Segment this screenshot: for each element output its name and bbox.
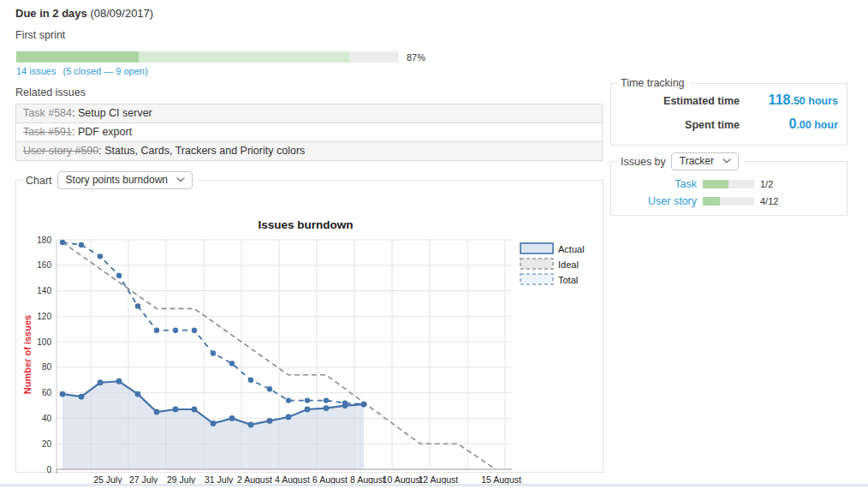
time-tracking-row: Spent time0.00 hour <box>611 116 847 140</box>
issue-separator: : <box>72 107 78 119</box>
svg-text:140: 140 <box>37 286 51 295</box>
chart-panel-legend: Chart Story points burndown <box>23 171 198 189</box>
time-tracking-row-label: Estimated time <box>611 95 740 107</box>
svg-text:40: 40 <box>42 414 52 423</box>
issues-by-select-value: Tracker <box>680 155 714 167</box>
sprint-progress-bar <box>16 51 399 63</box>
issues-by-label: Issues by <box>621 156 666 168</box>
issues-by-select[interactable]: Tracker <box>671 152 739 170</box>
svg-text:180: 180 <box>37 236 51 245</box>
related-issues-table: Task #584: Setup CI serverTask #591: PDF… <box>15 104 603 161</box>
issues-by-legend: Issues by Tracker <box>618 152 744 170</box>
chevron-down-icon <box>722 158 731 164</box>
issues-by-row: Task1/2 <box>611 176 847 193</box>
tracker-progress-bar <box>703 180 754 188</box>
issue-id-link[interactable]: User story #590 <box>23 145 98 157</box>
time-tracking-title: Time tracking <box>621 77 685 89</box>
issue-id-link[interactable]: Task #591 <box>23 126 72 138</box>
tracker-ratio: 1/2 <box>760 179 847 189</box>
tracker-progress-fill <box>703 180 728 188</box>
issues-by-rows: Task1/2User story4/12 <box>611 170 847 210</box>
tracker-progress-bar <box>703 197 754 206</box>
chart-title: Issues burndown <box>258 218 353 231</box>
issue-id-link[interactable]: Task #584 <box>23 107 72 119</box>
sprint-progress: 87% <box>16 51 425 63</box>
issues-count-link[interactable]: 14 issues <box>16 66 56 76</box>
svg-text:100: 100 <box>37 337 51 347</box>
legend-swatch-actual <box>520 243 553 253</box>
chart-type-select[interactable]: Story points burndown <box>57 171 193 189</box>
issue-subject: PDF export <box>78 126 132 138</box>
time-tracking-row-value: 0.00 hour <box>740 116 847 132</box>
issue-subject: Status, Cards, Trackers and Priority col… <box>104 145 305 157</box>
sprint-issues-summary: 14 issues(5 closed — 9 open) <box>16 66 148 76</box>
related-issue-row: Task #591: PDF export <box>16 123 602 142</box>
y-axis-tick-labels: 020406080100120140160180 <box>37 236 51 474</box>
issues-by-panel: Issues by Tracker Task1/2User story4/12 <box>610 152 847 216</box>
y-axis-label: Number of issues <box>22 315 33 394</box>
related-issue-row: Task #584: Setup CI server <box>16 104 602 123</box>
time-tracking-rows: Estimated time118.50 hoursSpent time0.00… <box>611 89 847 140</box>
bottom-divider <box>0 484 868 486</box>
time-tracking-row-label: Spent time <box>611 119 740 131</box>
burndown-chart: 02040608010012014016018025 July27 July29… <box>16 208 603 489</box>
hours-decimal: .50 hours <box>790 95 838 107</box>
legend-label-ideal: Ideal <box>558 259 579 270</box>
svg-text:0: 0 <box>46 465 51 474</box>
tracker-link[interactable]: User story <box>611 195 697 207</box>
time-tracking-row: Estimated time118.50 hours <box>611 92 847 116</box>
related-issues-title: Related issues <box>15 86 86 98</box>
chevron-down-icon <box>176 177 185 182</box>
chart-label: Chart <box>26 175 52 187</box>
legend-label-total: Total <box>558 275 578 285</box>
svg-text:80: 80 <box>42 362 52 372</box>
sprint-due-header: Due in 2 days (08/09/2017) <box>15 7 153 20</box>
time-tracking-row-value: 118.50 hours <box>740 92 847 108</box>
progress-percent-label: 87% <box>407 52 425 63</box>
svg-text:120: 120 <box>37 312 51 321</box>
due-date: (08/09/2017) <box>90 7 153 20</box>
svg-text:160: 160 <box>37 260 51 270</box>
progress-done-segment <box>139 51 349 63</box>
chart-panel: Chart Story points burndown 020406080100… <box>15 171 603 473</box>
legend-swatch-ideal <box>520 259 553 269</box>
legend-swatch-total <box>520 274 553 284</box>
series-total-line <box>62 242 364 404</box>
related-issue-row: User story #590: Status, Cards, Trackers… <box>16 142 602 161</box>
time-tracking-panel: Time tracking Estimated time118.50 hours… <box>610 77 847 146</box>
chart-legend: ActualIdealTotal <box>520 243 585 285</box>
issues-by-row: User story4/12 <box>611 193 847 210</box>
svg-text:20: 20 <box>42 439 52 449</box>
due-label: Due in 2 days <box>15 7 87 20</box>
paren-close: ) <box>145 66 148 76</box>
issue-separator: : <box>72 126 78 138</box>
tracker-progress-fill <box>703 197 720 206</box>
legend-label-actual: Actual <box>558 244 585 254</box>
issue-subject: Setup CI server <box>78 107 152 119</box>
sprint-name: First sprint <box>15 29 65 41</box>
chart-type-select-value: Story points burndown <box>66 174 168 186</box>
svg-text:60: 60 <box>42 388 52 397</box>
hours-decimal: .00 hour <box>796 119 838 131</box>
tracker-ratio: 4/12 <box>760 196 847 206</box>
time-tracking-legend: Time tracking <box>618 77 690 89</box>
hours-int: 118 <box>769 92 791 107</box>
tracker-link[interactable]: Task <box>611 178 697 190</box>
closed-issues-link[interactable]: 5 closed <box>66 66 101 76</box>
dash-separator: — <box>104 66 113 76</box>
open-issues-link[interactable]: 9 open <box>116 66 145 76</box>
progress-closed-segment <box>16 51 139 63</box>
